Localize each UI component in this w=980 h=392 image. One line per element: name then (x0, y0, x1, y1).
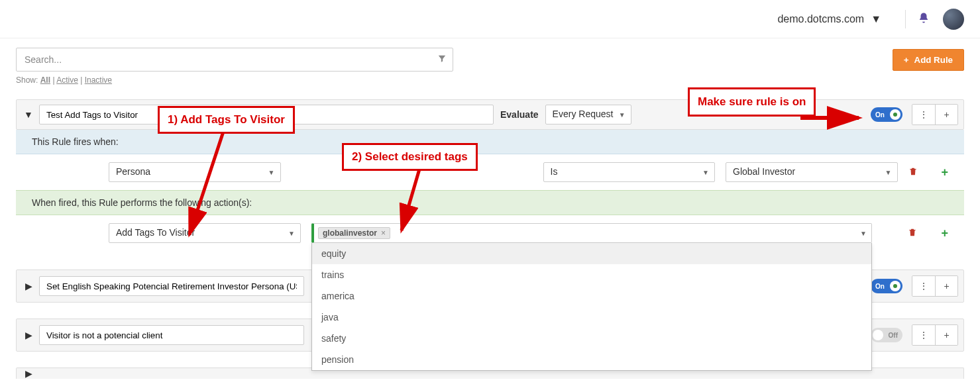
plus-icon: + (944, 281, 949, 291)
tag-input[interactable]: globalinvestor × ▼ (311, 223, 872, 243)
action-row: Add Tags To Visitor ▼ globalinvestor × ▼… (16, 215, 964, 251)
condition-row: Persona ▼ Is ▼ Global Investor ▼ + (16, 154, 964, 190)
delete-action-button[interactable] (908, 228, 917, 239)
search-input[interactable] (16, 48, 453, 72)
divider (905, 10, 906, 28)
tag-dropdown: equity trains america java safety pensio… (311, 243, 872, 371)
add-condition-button[interactable]: + (942, 166, 949, 179)
kebab-icon: ⋮ (919, 330, 928, 340)
toggle-knob (890, 281, 900, 291)
rule-name-input[interactable] (39, 325, 304, 345)
annotation-arrow-icon (184, 130, 237, 242)
filter-icon[interactable] (437, 54, 447, 66)
more-options-button[interactable]: ⋮ (912, 276, 935, 296)
tag-option[interactable]: pension (312, 349, 871, 370)
toggle-label: On (872, 283, 888, 290)
condition-operator-select[interactable]: Is ▼ (543, 162, 716, 182)
annotation-step1: 1) Add Tags To Visitor (158, 106, 295, 134)
toolbar: + Add Rule (0, 38, 980, 75)
caret-down-icon: ▼ (860, 230, 867, 237)
evaluate-select[interactable]: Every Request ▼ (545, 105, 631, 124)
svg-line-0 (190, 130, 224, 234)
caret-down-icon: ▼ (702, 169, 709, 176)
rule-toggle[interactable]: On (871, 107, 902, 122)
toggle-label: On (872, 111, 888, 119)
svg-line-1 (402, 167, 420, 230)
condition-operator-value: Is (544, 163, 715, 180)
toggle-label: Off (885, 332, 901, 339)
caret-down-icon: ▼ (268, 169, 275, 176)
toggle-knob (890, 109, 900, 120)
expand-icon[interactable]: ▶ (22, 368, 35, 379)
rule-toggle[interactable]: On (871, 279, 902, 293)
add-rule-button[interactable]: + Add Rule (893, 49, 964, 71)
plus-icon: + (944, 109, 949, 120)
show-all-link[interactable]: All (40, 75, 50, 85)
add-action-button[interactable]: + (941, 226, 948, 240)
fires-when-label: This Rule fires when: (32, 136, 119, 147)
rule-toggle[interactable]: Off (871, 328, 902, 342)
notifications-icon[interactable] (918, 12, 930, 26)
tag-option[interactable]: equity (312, 243, 871, 264)
plus-icon: + (904, 55, 909, 65)
user-avatar[interactable] (943, 9, 964, 30)
annotation-arrow-icon (396, 167, 429, 240)
app-header: demo.dotcms.com ▼ (0, 0, 980, 38)
site-selector[interactable]: demo.dotcms.com ▼ (777, 13, 881, 25)
tag-chip: globalinvestor × (318, 227, 390, 239)
tag-chip-label: globalinvestor (323, 228, 377, 238)
kebab-icon: ⋮ (919, 281, 928, 291)
condition-value: Global Investor (726, 163, 897, 180)
add-button[interactable]: + (935, 325, 957, 345)
annotation-step2: 2) Select desired tags (342, 143, 478, 171)
condition-value-select[interactable]: Global Investor ▼ (726, 162, 898, 182)
tag-option[interactable]: trains (312, 264, 871, 285)
performs-actions-band: When fired, this Rule performs the follo… (16, 190, 964, 215)
expand-icon[interactable]: ▶ (22, 330, 35, 340)
caret-down-icon: ▼ (871, 13, 881, 25)
rule-name-input[interactable] (39, 276, 304, 296)
collapse-icon[interactable]: ▼ (22, 109, 35, 120)
show-active-link[interactable]: Active (56, 75, 78, 85)
show-inactive-link[interactable]: Inactive (85, 75, 112, 85)
evaluate-value: Every Request (546, 105, 631, 122)
tag-option[interactable]: america (312, 285, 871, 307)
show-label: Show: (16, 75, 38, 85)
toggle-knob (873, 330, 883, 340)
caret-down-icon: ▼ (288, 230, 295, 237)
site-name: demo.dotcms.com (777, 13, 864, 25)
more-options-button[interactable]: ⋮ (912, 105, 935, 124)
tag-option[interactable]: safety (312, 328, 871, 349)
caret-down-icon: ▼ (619, 111, 626, 119)
more-options-button[interactable]: ⋮ (912, 325, 935, 345)
add-button[interactable]: + (935, 276, 957, 296)
evaluate-label: Evaluate (500, 109, 539, 120)
delete-condition-button[interactable] (908, 167, 918, 178)
add-button[interactable]: + (935, 105, 957, 124)
expand-icon[interactable]: ▶ (22, 281, 35, 291)
show-filter: Show: All | Active | Inactive (0, 75, 980, 93)
caret-down-icon: ▼ (885, 169, 892, 176)
annotation-toggle: Make sure rule is on (688, 87, 816, 117)
add-rule-label: Add Rule (914, 55, 953, 65)
remove-tag-icon[interactable]: × (381, 228, 386, 238)
kebab-icon: ⋮ (919, 109, 928, 120)
plus-icon: + (944, 330, 949, 340)
tag-option[interactable]: java (312, 307, 871, 328)
